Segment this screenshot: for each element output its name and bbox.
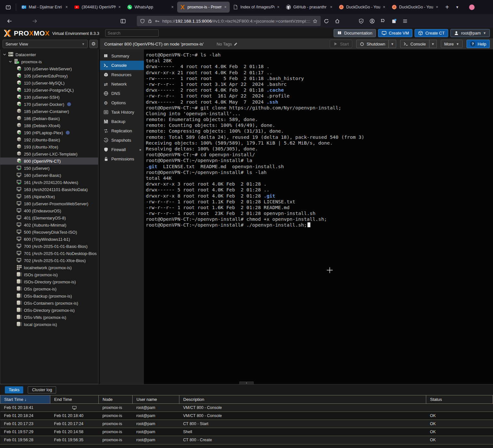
column-header-description[interactable]: Description	[179, 395, 426, 404]
browser-tab[interactable]: proxmox-is - Proxm×	[177, 2, 230, 13]
search-input[interactable]	[105, 29, 159, 37]
column-header-user-name[interactable]: User name	[133, 395, 179, 404]
app-menu-hamburger-icon[interactable]	[399, 16, 410, 26]
chevron-down-icon[interactable]	[3, 52, 6, 57]
tree-item[interactable]: 192 (Ubuntu-Basic)	[0, 136, 98, 143]
menu-item-snapshots[interactable]: Snapshots	[100, 136, 144, 145]
create-ct-button[interactable]: Create CT	[415, 29, 448, 37]
tree-item[interactable]: 700 (Arch-2025-01-01-Basic-Bios)	[0, 243, 98, 250]
tree-item[interactable]: 185 (aServer-Container)	[0, 108, 98, 115]
menu-item-resources[interactable]: Resources	[100, 70, 144, 79]
tree-item[interactable]: ISOs (proxmox-is)	[0, 271, 98, 278]
task-row[interactable]: Feb 01 20:18:41proxmox-isroot@pamVM/CT 8…	[0, 404, 493, 412]
tree-item[interactable]: OSs-Containers (proxmox-is)	[0, 300, 98, 307]
column-header-node[interactable]: Node	[99, 395, 133, 404]
firefox-view-button[interactable]	[3, 2, 14, 12]
tree-item[interactable]: 402 (Xubuntu-Minimal)	[0, 221, 98, 229]
column-header-status[interactable]: Status	[426, 395, 493, 404]
tree-item[interactable]: 170 (uServer-Docker)	[0, 101, 98, 108]
browser-tab[interactable]: WhatsApp×	[124, 2, 177, 13]
tree-item[interactable]: 180 (uServer-ProxmoxWebServer)	[0, 200, 98, 207]
tree-item[interactable]: 161 (Arch-20241201-Movies)	[0, 179, 98, 186]
shutdown-button[interactable]: Shutdown	[356, 40, 388, 48]
bookmark-star-icon[interactable]	[313, 19, 317, 24]
forward-button[interactable]	[29, 16, 40, 26]
tree-item[interactable]: 701 (Arch-2025-01-01-NoDesktop-Bios	[0, 250, 98, 257]
view-mode-select[interactable]: Server View▼	[3, 40, 88, 48]
start-button[interactable]: Start	[330, 40, 352, 48]
menu-item-replication[interactable]: Replication	[100, 126, 144, 136]
reload-button[interactable]	[321, 16, 332, 26]
back-button[interactable]	[4, 16, 15, 26]
console-button[interactable]: Console	[400, 40, 429, 48]
column-header-end-time[interactable]: End Time	[50, 395, 99, 404]
column-header-start-time[interactable]: Start Time ↓	[0, 395, 50, 404]
tree-item[interactable]: 400 (EndeavourOS)	[0, 207, 98, 214]
console-dropdown-button[interactable]: ▼	[429, 40, 437, 48]
task-row[interactable]: Feb 01 19:56:28Feb 01 19:56:35proxmox-is…	[0, 436, 493, 444]
tree-item[interactable]: 163 (Arch20241101-BasicNoData)	[0, 186, 98, 193]
log-tab-tasks[interactable]: Tasks	[5, 386, 23, 393]
tree-item[interactable]: 800 (OpenVPN-CT)	[0, 158, 98, 165]
tree-item[interactable]: 110 (uServer-MySQL)	[0, 79, 98, 87]
tree-item[interactable]: 160 (uServer-Basic)	[0, 172, 98, 179]
tab-close-icon[interactable]: ×	[330, 5, 333, 9]
tree-item[interactable]: localnetwork (proxmox-is)	[0, 264, 98, 271]
log-tab-cluster-log[interactable]: Cluster log	[28, 386, 56, 393]
console-terminal[interactable]: root@OpenVPN-CT:~# ls -lahtotal 28Kdrwx-…	[144, 49, 493, 384]
tab-close-icon[interactable]: ×	[383, 5, 386, 9]
panel-collapse-handle[interactable]: ▼	[239, 382, 254, 384]
browser-tab[interactable]: DuckDuckGo - You×	[336, 2, 388, 13]
browser-tab[interactable]: (304481) OpenVPN×	[71, 2, 124, 13]
create-vm-button[interactable]: Create VM	[378, 29, 412, 37]
menu-item-backup[interactable]: Backup	[100, 117, 144, 126]
browser-tab[interactable]: Mail - Djalmar Enri×	[18, 2, 71, 13]
tracking-shield-icon[interactable]	[140, 19, 145, 24]
tab-close-icon[interactable]: ×	[436, 5, 438, 9]
menu-item-dns[interactable]: DNS	[100, 89, 144, 98]
tree-item[interactable]: 120 (uServer-PostgreSQL)	[0, 87, 98, 94]
tab-close-icon[interactable]: ×	[65, 5, 68, 9]
tree-item[interactable]: 130 (uServer-SSH)	[0, 94, 98, 101]
user-menu-button[interactable]: root@pam▼	[450, 29, 490, 37]
url-bar[interactable]: https://192.168.1.15:8006/#v1:0:=lxc%2F8…	[137, 16, 321, 26]
browser-tab[interactable]: GitHub - prasanthr×	[283, 2, 336, 13]
tab-close-icon[interactable]: ×	[277, 5, 280, 9]
saved-password-key-icon[interactable]	[155, 19, 160, 24]
tree-item[interactable]: 190 (HPLaptop-Plex)	[0, 129, 98, 136]
tree-item[interactable]: OSs-VMs (proxmox-is)	[0, 314, 98, 321]
browser-tab[interactable]: DuckDuckGo - You×	[389, 2, 441, 13]
extensions-puzzle-icon[interactable]	[377, 16, 388, 26]
tree-item[interactable]: 250 (uServer-LXC-Template)	[0, 150, 98, 158]
tree-item[interactable]: ISOs-Directory (proxmox-is)	[0, 278, 98, 285]
extension-badge-icon[interactable]	[388, 16, 399, 26]
tree-item[interactable]: 401 (ElementaryOS-8)	[0, 214, 98, 221]
tree-item[interactable]: 165 (AlpineXfce)	[0, 193, 98, 200]
sidebar-toggle-button[interactable]	[117, 16, 128, 26]
shutdown-dropdown-button[interactable]: ▼	[388, 40, 396, 48]
protections-dashboard-icon[interactable]	[356, 16, 367, 26]
tree-item[interactable]: 150 (uServer)	[0, 165, 98, 172]
menu-item-options[interactable]: ⚙Options	[100, 98, 144, 107]
tree-item[interactable]: OSs-Backup (proxmox-is)	[0, 292, 98, 300]
tree-item[interactable]: Datacenter	[0, 51, 98, 58]
task-row[interactable]: Feb 01 19:57:29Feb 01 20:14:58proxmox-is…	[0, 428, 493, 436]
task-row[interactable]: Feb 01 20:18:24Feb 01 20:18:40proxmox-is…	[0, 412, 493, 420]
tree-item[interactable]: 702 (Arch-2025-01-01-Xfce-Bios)	[0, 257, 98, 264]
tree-item[interactable]: OSs-Directory (proxmox-is)	[0, 307, 98, 314]
browser-tab[interactable]: Index of /Images/Prog×	[230, 2, 283, 13]
tree-settings-gear-button[interactable]: ⚙	[89, 40, 98, 48]
chevron-down-icon[interactable]	[9, 59, 12, 64]
home-button[interactable]	[332, 16, 343, 26]
menu-item-permissions[interactable]: Permissions	[100, 154, 144, 164]
tree-item[interactable]: 186 (Debian-Basic)	[0, 115, 98, 122]
menu-item-firewall[interactable]: Firewall▸	[100, 145, 144, 154]
connection-lock-warning-icon[interactable]	[147, 19, 152, 24]
help-button[interactable]: ?Help	[467, 40, 490, 48]
menu-item-console[interactable]: Console	[100, 61, 144, 70]
tree-item[interactable]: 105 (uServerEduProxy)	[0, 72, 98, 79]
firefox-account-avatar[interactable]	[469, 5, 475, 10]
tab-close-icon[interactable]: ×	[118, 5, 121, 9]
tree-item[interactable]: OSs (proxmox-is)	[0, 285, 98, 292]
task-row[interactable]: Feb 01 20:17:23Feb 01 20:17:24proxmox-is…	[0, 420, 493, 428]
